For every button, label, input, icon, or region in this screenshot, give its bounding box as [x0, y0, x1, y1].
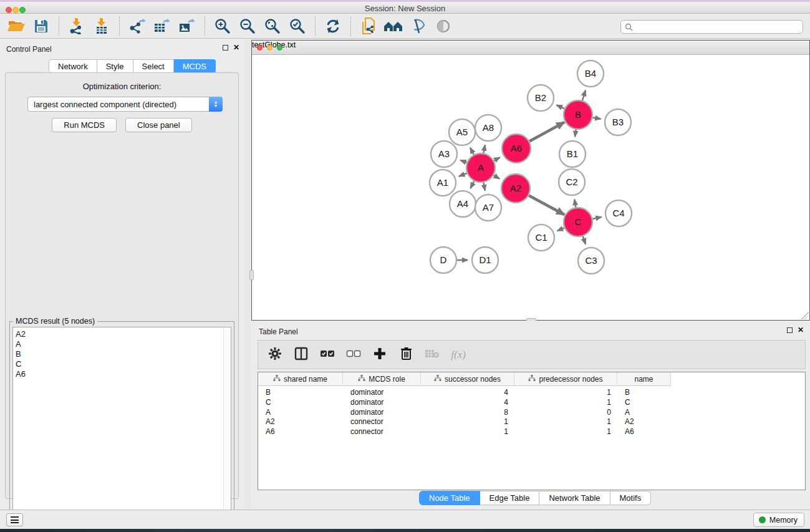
- tab-network[interactable]: Network: [49, 59, 97, 73]
- settings-button[interactable]: [267, 347, 283, 363]
- close-panel-icon[interactable]: ✕: [233, 45, 239, 51]
- table-close-panel-icon[interactable]: ✕: [798, 327, 804, 333]
- columns-button[interactable]: [293, 347, 309, 363]
- refresh-button[interactable]: [321, 16, 345, 37]
- zoom-in-button[interactable]: [210, 16, 235, 37]
- column-header-MCDS-role[interactable]: MCDS role: [343, 372, 421, 386]
- edge-B-B1[interactable]: [575, 130, 576, 137]
- node-C1[interactable]: C1: [528, 225, 554, 251]
- edge-A-A8[interactable]: [483, 145, 485, 153]
- deselect-all-button[interactable]: [345, 347, 362, 363]
- zoom-selected-button[interactable]: [285, 16, 310, 37]
- node-B1[interactable]: B1: [559, 141, 586, 167]
- search-field[interactable]: [620, 20, 803, 34]
- edge-C-C4[interactable]: [592, 217, 601, 219]
- home-button[interactable]: [381, 16, 406, 37]
- vertical-scroll-handle[interactable]: [249, 270, 254, 280]
- tab-edge-table[interactable]: Edge Table: [480, 491, 540, 505]
- network-close-button[interactable]: [257, 45, 263, 51]
- table-row[interactable]: Adominator80A: [258, 407, 671, 417]
- node-A2[interactable]: A2: [501, 174, 530, 203]
- node-A3[interactable]: A3: [431, 141, 457, 167]
- node-C3[interactable]: C3: [578, 248, 604, 274]
- tab-style[interactable]: Style: [97, 59, 133, 73]
- table-row[interactable]: Bdominator41B: [258, 387, 671, 397]
- select-all-button[interactable]: [319, 347, 335, 363]
- table-float-panel-icon[interactable]: [787, 327, 793, 333]
- column-header-successor-nodes[interactable]: successor nodes: [421, 372, 514, 386]
- node-C2[interactable]: C2: [559, 169, 585, 195]
- edge-A-A6[interactable]: [494, 157, 500, 160]
- import-table-button[interactable]: [89, 16, 114, 37]
- network-canvas[interactable]: B4B2BB3A8A5A6A3B1AC2A1A2A4A7C4CC1DD1C3: [252, 55, 809, 320]
- edge-C-C2[interactable]: [574, 200, 576, 208]
- node-B3[interactable]: B3: [605, 109, 631, 135]
- zoom-fit-button[interactable]: [260, 16, 285, 37]
- node-A4[interactable]: A4: [450, 191, 476, 217]
- node-A5[interactable]: A5: [449, 119, 475, 145]
- node-B[interactable]: B: [564, 100, 592, 129]
- node-A1[interactable]: A1: [430, 170, 456, 196]
- result-list-item[interactable]: A6: [16, 369, 221, 379]
- task-history-button[interactable]: [6, 513, 23, 526]
- node-C4[interactable]: C4: [605, 200, 632, 226]
- column-header-shared-name[interactable]: shared name: [258, 372, 343, 386]
- result-list-item[interactable]: B: [16, 349, 221, 359]
- edge-B-B2[interactable]: [557, 105, 565, 109]
- node-A7[interactable]: A7: [475, 195, 501, 221]
- tab-mcds[interactable]: MCDS: [174, 59, 216, 73]
- table-row[interactable]: Cdominator41C: [258, 397, 671, 407]
- node-A8[interactable]: A8: [475, 115, 501, 141]
- save-session-button[interactable]: [29, 16, 54, 37]
- import-network-button[interactable]: [64, 16, 89, 37]
- result-list-item[interactable]: A: [16, 339, 221, 349]
- node-table[interactable]: shared nameMCDS rolesuccessor nodesprede…: [258, 372, 806, 490]
- edge-A-A7[interactable]: [483, 183, 485, 191]
- edge-A-A2[interactable]: [494, 175, 499, 179]
- add-button[interactable]: [372, 347, 388, 363]
- edge-A-A3[interactable]: [460, 160, 466, 163]
- mcds-result-list[interactable]: A2ABCA6: [12, 327, 231, 529]
- export-network-button[interactable]: [125, 16, 150, 37]
- tab-network-table[interactable]: Network Table: [539, 491, 610, 505]
- tab-node-table[interactable]: Node Table: [419, 491, 480, 505]
- run-mcds-button[interactable]: Run MCDS: [52, 118, 117, 132]
- network-minimize-button[interactable]: [267, 45, 272, 51]
- zoom-out-button[interactable]: [235, 16, 260, 37]
- edge-C-C1[interactable]: [557, 228, 564, 231]
- delete-button[interactable]: [398, 347, 414, 363]
- edge-A-A1[interactable]: [459, 173, 467, 177]
- edge-B-B4[interactable]: [582, 90, 586, 100]
- column-header-name[interactable]: name: [617, 372, 671, 386]
- criterion-dropdown[interactable]: largest connected component (directed) ▲…: [27, 97, 223, 112]
- edge-A2-C[interactable]: [529, 195, 564, 215]
- show-eye-button[interactable]: [431, 16, 456, 37]
- tab-select[interactable]: Select: [133, 59, 174, 73]
- node-B2[interactable]: B2: [528, 85, 554, 111]
- result-list-item[interactable]: A2: [16, 329, 221, 339]
- edge-A6-B[interactable]: [529, 122, 564, 142]
- node-C[interactable]: C: [564, 208, 592, 236]
- tab-motifs[interactable]: Motifs: [610, 491, 652, 505]
- edge-A-A4[interactable]: [471, 181, 475, 188]
- float-panel-icon[interactable]: [223, 45, 228, 51]
- result-list-item[interactable]: C: [16, 359, 221, 369]
- column-header-predecessor-nodes[interactable]: predecessor nodes: [514, 372, 617, 386]
- result-list-scrollbar[interactable]: [223, 327, 231, 528]
- node-A[interactable]: A: [466, 153, 495, 182]
- window-resize-grip[interactable]: [801, 312, 809, 319]
- network-zoom-button[interactable]: [277, 45, 282, 51]
- edge-C-C3[interactable]: [583, 236, 586, 244]
- node-D[interactable]: D: [430, 247, 456, 273]
- export-table-button[interactable]: [150, 16, 175, 37]
- search-input[interactable]: [635, 22, 799, 31]
- edge-A-A5[interactable]: [470, 148, 474, 155]
- table-row[interactable]: A2connector11A2: [258, 417, 671, 427]
- node-D1[interactable]: D1: [472, 247, 498, 273]
- network-from-file-button[interactable]: [356, 16, 381, 37]
- node-B4[interactable]: B4: [577, 60, 604, 87]
- export-image-button[interactable]: [175, 16, 200, 37]
- close-panel-button[interactable]: Close panel: [125, 118, 192, 132]
- hide-panel-button[interactable]: [406, 16, 431, 37]
- open-session-button[interactable]: [4, 16, 29, 37]
